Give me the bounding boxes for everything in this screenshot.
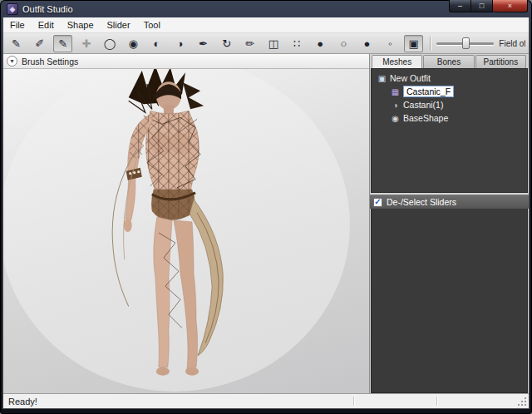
sliders-header[interactable]: ✓ De-/Select Sliders	[370, 195, 529, 209]
inflate-brush-icon: ✐	[35, 38, 44, 49]
statusbar-separator	[436, 397, 437, 406]
sliders-panel[interactable]	[371, 209, 528, 393]
tree-item-castanic-f[interactable]: ▦ Castanic_F	[372, 85, 527, 98]
rotate-view-icon: ↻	[222, 38, 231, 49]
window-controls: – □ ×	[449, 0, 528, 17]
weight-brush-button[interactable]: ◉	[124, 35, 143, 52]
edit-pen-button[interactable]: ✏	[240, 35, 259, 52]
smooth-brush-button[interactable]: ◯	[101, 35, 120, 52]
mesh-grid-icon: ▦	[390, 87, 401, 96]
vertex-display-icon: ∷	[293, 38, 300, 49]
mask-brush-icon: ✎	[12, 38, 21, 49]
weight-brush-icon: ◉	[129, 38, 138, 49]
field-of-view-label: Field of	[499, 39, 525, 48]
chevron-down-icon[interactable]: ▾	[7, 56, 17, 67]
brush-size-small-icon: ◦	[388, 38, 392, 49]
deselect-sliders-checkbox[interactable]: ✓	[373, 198, 382, 207]
menu-file[interactable]: File	[3, 18, 32, 32]
move-brush-icon: ✚	[81, 38, 91, 49]
perspective-toggle-icon: ▣	[409, 38, 419, 49]
window-title: Outfit Studio	[22, 4, 449, 14]
brush-size-outline-button[interactable]: ○	[334, 35, 353, 52]
split-view-toggle-icon: ◫	[268, 38, 278, 49]
deflate-brush-button[interactable]: ✎	[53, 35, 72, 52]
slider-thumb[interactable]	[462, 37, 470, 49]
brush-size-outline-icon: ○	[340, 38, 347, 49]
status-text: Ready!	[8, 397, 37, 407]
field-of-view-slider[interactable]	[436, 36, 494, 51]
toolbar: ✎ ✐ ✎ ✚ ◯ ◉ ◐ ◑ ✒ ↻ ✏ ◫ ∷ ● ○ ● ◦ ▣ Fiel…	[3, 33, 529, 54]
statusbar: Ready!	[3, 393, 529, 408]
statusbar-separator	[353, 397, 354, 406]
brush-size-small-button[interactable]: ◦	[381, 35, 400, 52]
tree-item-label: New Outfit	[390, 73, 431, 83]
character-model	[3, 69, 369, 393]
toolbar-separator	[430, 37, 431, 51]
brush-size-large-icon: ●	[364, 38, 371, 49]
mask-brush-button[interactable]: ✎	[7, 35, 26, 52]
minimize-button[interactable]: –	[449, 0, 471, 12]
airbrush-icon: ✒	[199, 38, 208, 49]
tree-item-label: BaseShape	[403, 113, 448, 123]
brush-size-large-button[interactable]: ●	[357, 35, 377, 52]
menu-tool[interactable]: Tool	[137, 18, 167, 32]
tab-bones[interactable]: Bones	[423, 55, 474, 68]
outfit-studio-window: ◆ Outfit Studio – □ × File Edit Shape Sl…	[0, 0, 532, 414]
menu-shape[interactable]: Shape	[61, 18, 101, 32]
brush-size-filled-icon: ●	[317, 38, 323, 49]
menubar: File Edit Shape Slider Tool	[3, 17, 529, 33]
brush-settings-header[interactable]: ▾ Brush Settings	[3, 54, 369, 69]
client-area: File Edit Shape Slider Tool ✎ ✐ ✎ ✚ ◯ ◉ …	[2, 17, 530, 409]
menu-edit[interactable]: Edit	[32, 18, 61, 32]
main-content: ▾ Brush Settings	[3, 54, 529, 393]
sliders-header-label: De-/Select Sliders	[387, 197, 456, 207]
brush-size-filled-button[interactable]: ●	[311, 35, 330, 52]
tree-item-label: Castani(1)	[403, 100, 443, 110]
brush-strength-button[interactable]: ◑	[170, 35, 190, 52]
edit-pen-icon: ✏	[245, 38, 254, 49]
tab-meshes[interactable]: Meshes	[372, 55, 422, 68]
right-panel-tabs: Meshes Bones Partitions	[370, 54, 529, 68]
outfit-package-icon: ▣	[377, 74, 387, 83]
vertex-display-button[interactable]: ∷	[288, 35, 307, 52]
app-icon: ◆	[7, 3, 18, 15]
viewport-column: ▾ Brush Settings	[3, 54, 369, 393]
perspective-toggle-button[interactable]: ▣	[404, 35, 423, 52]
mesh-sphere-icon: ◑	[390, 101, 401, 110]
deflate-brush-icon: ✎	[58, 38, 67, 49]
tree-item-baseshape[interactable]: ◉ BaseShape	[372, 111, 527, 125]
airbrush-button[interactable]: ✒	[194, 35, 213, 52]
meshes-tree: ▣ New Outfit ▦ Castanic_F ◑ Castani(1) ◉…	[371, 68, 528, 193]
close-button[interactable]: ×	[493, 0, 528, 12]
brush-strength-icon: ◑	[177, 38, 184, 49]
viewport-3d[interactable]	[3, 69, 369, 393]
split-view-toggle-button[interactable]: ◫	[264, 35, 283, 52]
menu-slider[interactable]: Slider	[101, 18, 137, 32]
brush-falloff-icon: ◐	[153, 38, 160, 49]
tab-partitions[interactable]: Partitions	[475, 55, 526, 68]
brush-falloff-button[interactable]: ◐	[147, 35, 166, 52]
move-brush-button[interactable]: ✚	[76, 35, 96, 52]
maximize-button[interactable]: □	[471, 0, 493, 12]
tree-item-new-outfit[interactable]: ▣ New Outfit	[372, 71, 527, 85]
titlebar[interactable]: ◆ Outfit Studio – □ ×	[2, 0, 530, 17]
inflate-brush-button[interactable]: ✐	[30, 35, 49, 52]
resize-grip[interactable]	[517, 397, 527, 407]
rotate-view-button[interactable]: ↻	[217, 35, 236, 52]
smooth-brush-icon: ◯	[104, 38, 116, 49]
tree-item-label: Castanic_F	[403, 86, 454, 97]
brush-settings-label: Brush Settings	[22, 57, 78, 67]
right-panel: Meshes Bones Partitions ▣ New Outfit ▦ C…	[369, 54, 529, 393]
mesh-eye-icon: ◉	[390, 114, 401, 123]
tree-item-castani-1[interactable]: ◑ Castani(1)	[372, 98, 527, 111]
